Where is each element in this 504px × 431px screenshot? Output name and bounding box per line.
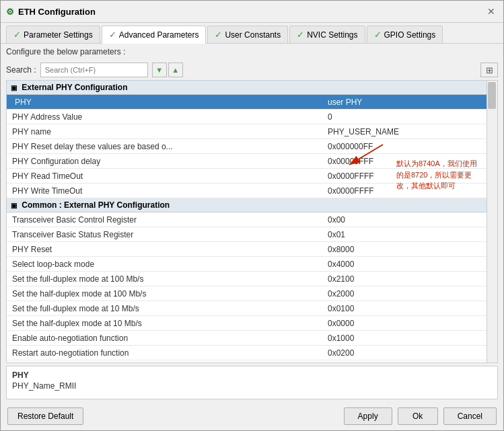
value-cell: 0x0100: [322, 301, 497, 316]
row-power-down[interactable]: Select the power down mode 0x0800: [7, 360, 497, 363]
restore-default-button[interactable]: Restore Default: [7, 407, 83, 425]
tab-check-icon: ✓: [297, 30, 304, 40]
param-cell: PHY Write TimeOut: [7, 184, 322, 198]
value-cell: 0x00000FFF: [322, 154, 497, 169]
action-buttons: Apply Ok Cancel: [344, 407, 497, 425]
row-half-duplex-10[interactable]: Set the half-duplex mode at 10 Mb/s 0x00…: [7, 316, 497, 331]
cancel-button[interactable]: Cancel: [443, 407, 497, 425]
row-enable-autoneg[interactable]: Enable auto-negotiation function 0x1000: [7, 331, 497, 346]
row-half-duplex-100[interactable]: Set the half-duplex mode at 100 Mb/s 0x2…: [7, 286, 497, 301]
tab-label: NVIC Settings: [307, 30, 357, 40]
row-loopback[interactable]: Select loop-back mode 0x4000: [7, 257, 497, 272]
value-cell: 0x0000FFFF: [322, 184, 497, 198]
table-scroll[interactable]: ▣ External PHY Configuration PHY user PH…: [7, 81, 497, 362]
section-common-phy-header[interactable]: ▣ Common : External PHY Configuration: [7, 198, 497, 212]
search-buttons: ▼ ▲: [152, 63, 183, 77]
value-cell: 0x4000: [322, 257, 497, 272]
info-panel-detail: PHY_Name_RMII: [12, 381, 492, 391]
section-title: External PHY Configuration: [22, 83, 127, 92]
row-phy-reset[interactable]: PHY Reset 0x8000: [7, 242, 497, 257]
grid-view-button[interactable]: ⊞: [480, 63, 498, 77]
row-full-duplex-100[interactable]: Set the full-duplex mode at 100 Mb/s 0x2…: [7, 272, 497, 286]
tab-check-icon: ✓: [109, 30, 116, 40]
param-cell: PHY Read TimeOut: [7, 169, 322, 184]
config-table: ▣ External PHY Configuration PHY user PH…: [7, 81, 497, 362]
config-table-area: ▣ External PHY Configuration PHY user PH…: [6, 80, 498, 363]
param-cell: Restart auto-negotiation function: [7, 346, 322, 360]
tab-check-icon: ✓: [374, 30, 382, 40]
dropdown-value: user PHY: [328, 97, 362, 107]
scrollbar-track[interactable]: [487, 81, 497, 362]
configure-label: Configure the below parameters :: [1, 44, 503, 60]
search-up-button[interactable]: ▲: [168, 63, 183, 77]
value-cell: 0x1000: [322, 331, 497, 346]
value-cell: 0x01: [322, 227, 497, 242]
row-restart-autoneg[interactable]: Restart auto-negotiation function 0x0200: [7, 346, 497, 360]
tab-check-icon: ✓: [215, 30, 222, 40]
param-cell: PHY Reset: [7, 242, 322, 257]
tab-label: Parameter Settings: [24, 30, 93, 40]
tab-bar: ✓ Parameter Settings ✓ Advanced Paramete…: [1, 23, 503, 44]
section-external-phy-header[interactable]: ▣ External PHY Configuration: [7, 81, 497, 95]
tab-user-constants[interactable]: ✓ User Constants: [207, 26, 288, 43]
row-phy[interactable]: PHY user PHY ▼: [7, 95, 497, 110]
value-cell: 0x0800: [322, 360, 497, 363]
value-cell: 0x0000: [322, 316, 497, 331]
close-button[interactable]: ✕: [484, 5, 498, 18]
value-cell: 0x8000: [322, 242, 497, 257]
value-cell: 0x000000FF: [322, 139, 497, 154]
value-cell: 0x0000FFFF: [322, 169, 497, 184]
param-cell: Set the full-duplex mode at 100 Mb/s: [7, 272, 322, 286]
eth-configuration-window: ⚙ ETH Configuration ✕ ✓ Parameter Settin…: [0, 0, 504, 431]
param-cell: Set the half-duplex mode at 10 Mb/s: [7, 316, 322, 331]
dropdown-cell: user PHY ▼: [328, 97, 492, 107]
param-cell: Enable auto-negotiation function: [7, 331, 322, 346]
search-bar: Search : ▼ ▲ ⊞: [1, 60, 503, 80]
row-full-duplex-10[interactable]: Set the full-duplex mode at 10 Mb/s 0x01…: [7, 301, 497, 316]
row-phy-write-timeout[interactable]: PHY Write TimeOut 0x0000FFFF: [7, 184, 497, 198]
value-cell: 0: [322, 110, 497, 124]
bottom-bar: Restore Default Apply Ok Cancel: [1, 402, 503, 430]
search-input[interactable]: [40, 63, 148, 77]
row-phy-reset-delay[interactable]: PHY Reset delay these values are based o…: [7, 139, 497, 154]
tab-check-icon: ✓: [13, 30, 21, 40]
param-cell: PHY: [7, 95, 322, 110]
row-phy-address[interactable]: PHY Address Value 0: [7, 110, 497, 124]
tab-nvic-settings[interactable]: ✓ NVIC Settings: [289, 26, 365, 43]
tab-gpio-settings[interactable]: ✓ GPIO Settings: [367, 26, 443, 43]
collapse-icon: ▣: [11, 202, 17, 209]
tab-advanced-parameters[interactable]: ✓ Advanced Parameters: [102, 26, 207, 44]
param-cell: PHY Address Value: [7, 110, 322, 124]
param-cell: Transceiver Basic Status Register: [7, 227, 322, 242]
param-cell: PHY name: [7, 124, 322, 139]
search-down-button[interactable]: ▼: [152, 63, 167, 77]
search-right: ⊞: [187, 63, 498, 77]
info-panel: PHY PHY_Name_RMII: [6, 366, 498, 399]
param-cell: Select the power down mode: [7, 360, 322, 363]
collapse-icon: ▣: [11, 84, 17, 91]
window-icon: ⚙: [6, 7, 14, 17]
title-bar-left: ⚙ ETH Configuration: [6, 7, 96, 17]
row-transceiver-basic-control[interactable]: Transceiver Basic Control Register 0x00: [7, 212, 497, 227]
row-transceiver-basic-status[interactable]: Transceiver Basic Status Register 0x01: [7, 227, 497, 242]
window-title: ETH Configuration: [18, 7, 96, 17]
param-cell: Select loop-back mode: [7, 257, 322, 272]
row-phy-config-delay[interactable]: PHY Configuration delay 0x00000FFF: [7, 154, 497, 169]
param-cell: Transceiver Basic Control Register: [7, 212, 322, 227]
tab-label: User Constants: [225, 30, 281, 40]
row-phy-read-timeout[interactable]: PHY Read TimeOut 0x0000FFFF: [7, 169, 497, 184]
row-phy-name[interactable]: PHY name PHY_USER_NAME: [7, 124, 497, 139]
ok-button[interactable]: Ok: [398, 407, 438, 425]
scrollbar-thumb[interactable]: [488, 82, 496, 109]
section-title: Common : External PHY Configuration: [22, 200, 170, 210]
apply-button[interactable]: Apply: [344, 407, 392, 425]
tab-label: GPIO Settings: [384, 30, 436, 40]
param-cell: PHY Reset delay these values are based o…: [7, 139, 322, 154]
value-cell: 0x2000: [322, 286, 497, 301]
value-cell: 0x0200: [322, 346, 497, 360]
search-label: Search :: [6, 65, 36, 75]
value-cell: user PHY ▼: [322, 95, 497, 110]
param-cell: Set the half-duplex mode at 100 Mb/s: [7, 286, 322, 301]
tab-parameter-settings[interactable]: ✓ Parameter Settings: [6, 26, 100, 43]
value-cell: 0x00: [322, 212, 497, 227]
